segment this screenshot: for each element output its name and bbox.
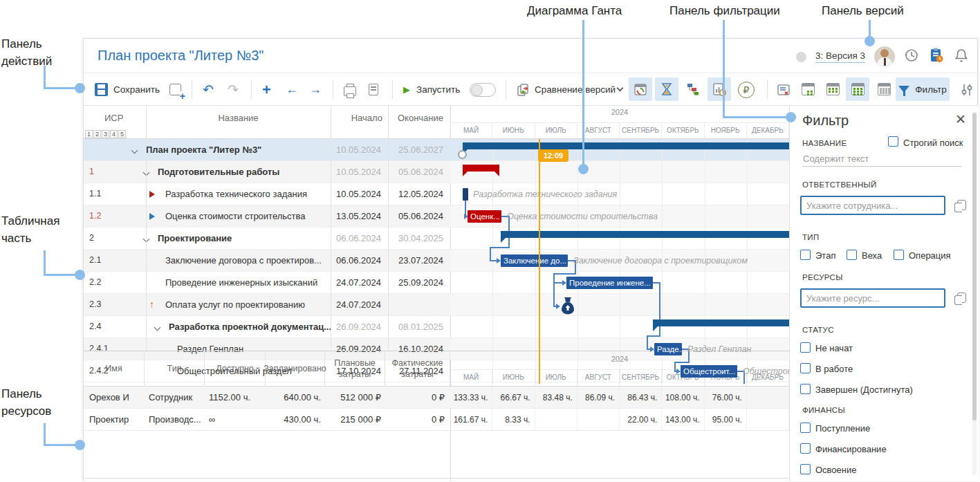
hide-table-button[interactable] xyxy=(777,73,791,106)
checkbox[interactable] xyxy=(800,443,811,454)
task-row[interactable]: 2Проектирование06.06.202430.04.2025 xyxy=(84,228,450,250)
undo-button[interactable]: ↶ xyxy=(203,73,214,106)
task-start-date: 24.07.2024 xyxy=(331,277,381,288)
compare-versions-label[interactable]: Сравнение версий xyxy=(535,73,616,106)
print-button[interactable] xyxy=(344,73,356,106)
resource-column-header[interactable]: Тип xyxy=(145,352,205,387)
responsible-input[interactable] xyxy=(800,196,945,215)
checkbox[interactable] xyxy=(800,250,811,260)
scale-month-button[interactable] xyxy=(846,77,869,101)
resource-month-value: 108.00 ч. xyxy=(662,387,704,408)
arrow-up-icon: ↑ xyxy=(149,299,154,310)
resource-column-header[interactable]: Запланировано xyxy=(266,352,325,387)
task-row[interactable]: 1.1Разработка технического задания10.05.… xyxy=(84,183,450,205)
version-selector[interactable]: 3: Версия 3 xyxy=(815,50,865,63)
column-end[interactable]: Окончание xyxy=(388,113,443,123)
outdent-button[interactable]: ← xyxy=(286,73,298,106)
task-row[interactable]: 2.4Разработка проектной документац...26.… xyxy=(84,316,450,338)
task-bar[interactable]: Проведение инжене... xyxy=(566,277,653,289)
scale-day-button[interactable] xyxy=(796,77,820,101)
resource-column-header[interactable]: Плановые затраты xyxy=(325,352,385,387)
checkbox[interactable] xyxy=(800,464,811,474)
contains-text-input[interactable] xyxy=(802,151,961,167)
finance-ruble-button[interactable]: ₽ xyxy=(738,73,755,106)
history-icon[interactable] xyxy=(904,48,919,66)
level-button[interactable]: 5 xyxy=(118,130,126,138)
resource-column-header[interactable]: Фактические затраты xyxy=(385,352,450,387)
strict-search-checkbox[interactable] xyxy=(888,136,898,147)
level-button[interactable]: 2 xyxy=(93,130,101,138)
copy-button[interactable] xyxy=(369,73,378,106)
gantt-header: 2024 МАЙИЮНЬИЮЛЬАВГУСТСЕНТЯБРЬОКТЯБРЬНОЯ… xyxy=(450,106,789,139)
column-wbs[interactable]: ИСР xyxy=(104,113,123,123)
task-row[interactable]: План проекта "Литер №3"10.05.202425.06.2… xyxy=(84,139,450,161)
chevron-down-icon[interactable] xyxy=(154,324,161,331)
copy-plan-button[interactable] xyxy=(169,73,181,106)
checkbox[interactable] xyxy=(847,250,857,260)
copy-icon[interactable] xyxy=(957,200,966,210)
task-bar[interactable]: Оценк... xyxy=(468,210,501,223)
copy-icon[interactable] xyxy=(957,293,966,303)
add-task-button[interactable]: + xyxy=(262,73,271,106)
task-start-date: 13.05.2024 xyxy=(331,211,381,221)
task-row[interactable]: 1Подготовительные работы10.05.202405.06.… xyxy=(84,161,450,183)
column-start[interactable]: Начало xyxy=(331,113,382,123)
resource-row[interactable]: ПроектирПроизводс...∞430.00 ч.215 000 ₽0… xyxy=(84,409,450,431)
checkbox[interactable] xyxy=(894,250,904,260)
scale-year-button[interactable] xyxy=(872,77,896,101)
resource-input[interactable] xyxy=(800,288,945,308)
close-icon[interactable]: ✕ xyxy=(955,113,966,126)
checkbox[interactable] xyxy=(800,423,811,433)
task-row[interactable]: 2.3↑Оплата услуг по проектированию24.07.… xyxy=(84,294,450,316)
chevron-down-icon[interactable] xyxy=(131,147,138,154)
scrollbar-thumb[interactable] xyxy=(972,113,977,420)
run-button-label[interactable]: Запустить xyxy=(416,73,460,106)
task-bar[interactable]: Общестроит... xyxy=(681,365,737,378)
replan-calendar-button[interactable] xyxy=(629,77,652,101)
level-button[interactable]: 1 xyxy=(85,130,93,138)
resource-planned: 640.00 ч. xyxy=(266,392,321,402)
save-button[interactable] xyxy=(95,73,108,106)
progress-report-button[interactable] xyxy=(708,77,731,101)
summary-bar[interactable] xyxy=(653,319,789,326)
summary-bar[interactable] xyxy=(463,165,499,172)
toolbar-separator xyxy=(767,80,768,99)
summary-bar[interactable] xyxy=(463,142,789,149)
resource-column-header[interactable]: Имя xyxy=(84,352,145,387)
links-hierarchy-button[interactable] xyxy=(681,77,705,101)
filter-button[interactable]: Фильтр xyxy=(896,77,950,101)
resource-row[interactable]: Орехов ИСотрудник1152.00 ч.640.00 ч.512 … xyxy=(84,387,450,409)
summary-bar[interactable] xyxy=(501,231,789,238)
checkbox[interactable] xyxy=(800,384,811,394)
resource-column-header[interactable]: Доступно xyxy=(205,352,266,387)
baseline-toggle[interactable] xyxy=(470,73,496,106)
level-buttons[interactable]: 12345 xyxy=(85,130,126,138)
save-button-label[interactable]: Сохранить xyxy=(113,73,160,106)
task-row[interactable]: 2.2Проведение инженерных изысканий24.07.… xyxy=(84,272,450,294)
compare-versions-icon[interactable] xyxy=(517,73,530,106)
column-name[interactable]: Название xyxy=(146,113,331,123)
task-bar[interactable] xyxy=(463,188,468,201)
settings-sliders-icon[interactable] xyxy=(959,73,974,106)
task-row[interactable]: 1.2Оценка стоимости строительства13.05.2… xyxy=(84,205,450,228)
task-bar[interactable]: Разде... xyxy=(654,343,682,355)
chevron-down-icon[interactable] xyxy=(618,73,622,106)
level-button[interactable]: 3 xyxy=(102,130,109,138)
notifications-bell-icon[interactable] xyxy=(954,48,969,66)
task-bar[interactable]: Заключение до... xyxy=(501,254,568,267)
checkbox[interactable] xyxy=(800,342,811,353)
avatar[interactable] xyxy=(874,46,895,67)
task-row[interactable]: 2.1Заключение договора с проектиров...06… xyxy=(84,250,450,272)
indent-button[interactable]: → xyxy=(309,73,322,106)
run-play-icon[interactable]: ▶ xyxy=(403,73,410,106)
task-name: Заключение договора с проектиров... xyxy=(165,255,322,266)
redo-button[interactable]: ↷ xyxy=(228,73,239,106)
responsible-label: ОТВЕТСТВЕННЫЙ xyxy=(802,180,877,189)
report-clock-icon[interactable] xyxy=(928,47,945,66)
hourglass-button[interactable] xyxy=(655,77,678,101)
project-start-marker[interactable] xyxy=(458,150,467,159)
task-end-date: 08.01.2025 xyxy=(388,322,443,332)
level-button[interactable]: 4 xyxy=(110,130,118,138)
checkbox[interactable] xyxy=(800,363,811,373)
scale-week-button[interactable] xyxy=(821,77,844,101)
